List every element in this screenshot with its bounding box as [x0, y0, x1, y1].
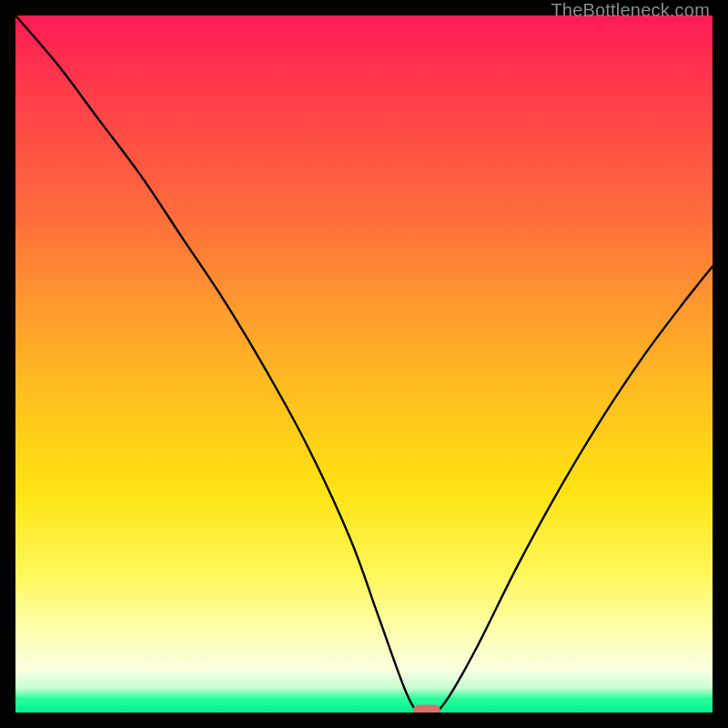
- chart-frame: TheBottleneck.com: [0, 0, 728, 728]
- attribution-text: TheBottleneck.com: [551, 0, 710, 21]
- minimum-marker: [413, 705, 440, 713]
- plot-area: [15, 15, 713, 713]
- bottleneck-curve: [15, 15, 713, 713]
- curve-path: [15, 15, 713, 713]
